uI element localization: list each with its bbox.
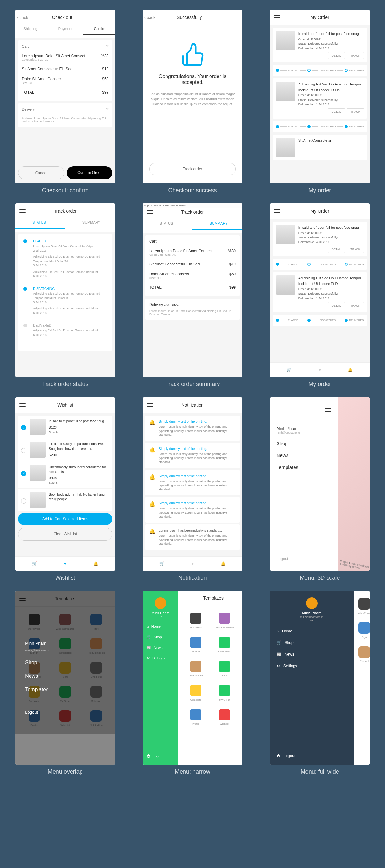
tab-status[interactable]: STATUS: [15, 217, 65, 229]
template-tile[interactable]: Wish list: [210, 705, 239, 729]
notification-item[interactable]: 🔔Simply dummy text of the printing.Lorem…: [145, 470, 240, 496]
success-headline: Congratulations. Your order is accepted.: [149, 73, 236, 85]
checkbox-icon[interactable]: ✓: [21, 425, 26, 430]
track-order-button[interactable]: Track order: [149, 163, 236, 176]
cart-label: Cart: [22, 44, 29, 48]
tab-payment[interactable]: Payment: [48, 23, 83, 35]
menu-icon[interactable]: [19, 402, 26, 408]
track-button[interactable]: TRACK: [347, 108, 364, 115]
total-value: $99: [102, 90, 108, 94]
nav-bell-icon[interactable]: 🔔: [220, 560, 226, 567]
checkbox-icon[interactable]: [21, 498, 26, 503]
item-name: Dolor Sit Amet Consect: [22, 77, 62, 81]
template-tile[interactable]: Woo Commerce: [210, 609, 239, 633]
sidebar: Minh Phamminh@beostore.ious ⌂Home 🛒Shop …: [270, 591, 354, 765]
menu-link[interactable]: Shop: [25, 660, 105, 665]
menu-icon[interactable]: [19, 208, 26, 214]
bell-icon: 🔔: [149, 528, 155, 546]
edit-link[interactable]: Edit: [104, 44, 109, 48]
sidebar-item-news[interactable]: 📰News: [277, 652, 347, 656]
notification-item[interactable]: 🔔Simply dummy text of the printing.Lorem…: [145, 497, 240, 523]
menu-icon[interactable]: [274, 208, 280, 214]
detail-button[interactable]: DETAIL: [328, 302, 345, 309]
menu-link-news[interactable]: News: [277, 453, 331, 458]
order-card: Sit Amet Consectetur: [273, 135, 367, 160]
menu-link[interactable]: Templates: [25, 687, 105, 692]
add-to-cart-button[interactable]: Add to Cart Selected Items: [18, 513, 112, 525]
logout-link[interactable]: Logout: [25, 710, 105, 715]
home-icon: ⌂: [147, 624, 149, 628]
page-title: My Order: [280, 209, 359, 214]
nav-heart-icon[interactable]: ♥: [62, 560, 68, 567]
sidebar-item-news[interactable]: 📰News: [147, 645, 174, 649]
track-button[interactable]: TRACK: [347, 52, 364, 59]
item-price: $19: [102, 67, 108, 71]
template-tile[interactable]: Cart: [210, 657, 239, 681]
logout-link[interactable]: ⏻Logout: [147, 754, 174, 758]
logout-link[interactable]: ⏻Logout: [277, 753, 347, 758]
menu-link-shop[interactable]: Shop: [277, 441, 331, 446]
confirm-button[interactable]: Confirm Order: [67, 166, 112, 179]
screen-menu-3d: Minh Phamminh@beostore.io Shop News Temp…: [270, 397, 370, 571]
nav-heart-icon[interactable]: ♥: [317, 367, 323, 373]
sidebar-item-settings[interactable]: ⚙Settings: [277, 663, 347, 668]
notification-item[interactable]: 🔔Simply dummy text of the printing.Lorem…: [145, 415, 240, 441]
cart-icon: 🛒: [277, 641, 281, 645]
menu-icon[interactable]: [274, 14, 280, 21]
template-tile[interactable]: Profile: [181, 705, 210, 729]
nav-cart-icon[interactable]: 🛒: [31, 560, 38, 567]
wishlist-item[interactable]: Soon body add him hill. No father living…: [18, 489, 112, 511]
nav-bell-icon[interactable]: 🔔: [347, 367, 354, 373]
nav-bell-icon[interactable]: 🔔: [93, 560, 99, 567]
notification-item[interactable]: 🔔Lorem Ipsum has been industry's standar…: [145, 524, 240, 550]
template-tile[interactable]: WordPress: [181, 609, 210, 633]
tab-summary[interactable]: SUMMARY: [65, 217, 115, 229]
back-button[interactable]: ‹ back: [19, 14, 26, 21]
menu-link-templates[interactable]: Templates: [277, 464, 331, 470]
checkbox-icon[interactable]: ✓: [21, 471, 26, 476]
detail-button[interactable]: DETAIL: [328, 246, 345, 253]
template-tile[interactable]: Categories: [210, 633, 239, 657]
wishlist-item[interactable]: ✓In said to of poor full be post face sn…: [18, 415, 112, 438]
avatar: [155, 597, 166, 609]
track-button[interactable]: TRACK: [347, 302, 364, 309]
tab-confirm[interactable]: Confirm: [83, 23, 115, 35]
wishlist-item[interactable]: Excited it hastily an pasture it observe…: [18, 438, 112, 461]
clear-wishlist-button[interactable]: Clear Wishlist: [18, 528, 112, 540]
edit-link[interactable]: Edit: [104, 107, 109, 111]
template-tile[interactable]: Sign In: [181, 633, 210, 657]
sidebar-item-settings[interactable]: ⚙Settings: [147, 656, 174, 660]
menu-link[interactable]: News: [25, 673, 105, 679]
template-tile[interactable]: Complete: [181, 681, 210, 705]
nav-cart-icon[interactable]: 🛒: [159, 560, 165, 567]
nav-heart-icon[interactable]: ♥: [189, 560, 196, 567]
checkbox-icon[interactable]: [21, 448, 26, 453]
logout-link[interactable]: Logout: [277, 557, 331, 561]
wishlist-item[interactable]: ✓Uncommonly surrounded considered for hi…: [18, 462, 112, 489]
detail-button[interactable]: DETAIL: [328, 108, 345, 115]
nav-cart-icon[interactable]: 🛒: [286, 367, 292, 373]
notification-item[interactable]: 🔔Simply dummy text of the printing.Lorem…: [145, 443, 240, 468]
cancel-button[interactable]: Cancel: [18, 166, 64, 179]
user-name: Minh Pham: [25, 641, 105, 646]
success-body: Sed do eiusmod tempor incididunt ut labo…: [149, 92, 236, 107]
sidebar-item-home[interactable]: ⌂Home: [277, 629, 347, 633]
back-button[interactable]: ‹ back: [147, 14, 153, 21]
sidebar-item-home[interactable]: ⌂Home: [147, 624, 174, 628]
tab-shipping[interactable]: Shipping: [15, 23, 48, 35]
tab-status[interactable]: STATUS: [143, 218, 193, 230]
menu-icon[interactable]: [147, 209, 153, 215]
cart-label: Cart:: [149, 239, 236, 246]
template-tile[interactable]: My Order: [210, 681, 239, 705]
sidebar-item-shop[interactable]: 🛒Shop: [277, 641, 347, 645]
menu-icon[interactable]: [325, 407, 331, 413]
tab-summary[interactable]: SUMMARY: [193, 218, 242, 230]
delivery-label: Delivery address:: [149, 302, 236, 309]
menu-icon[interactable]: [147, 402, 153, 408]
detail-button[interactable]: DETAIL: [328, 52, 345, 59]
logout-icon: ⏻: [277, 753, 280, 758]
track-button[interactable]: TRACK: [347, 246, 364, 253]
template-tile[interactable]: Product Grid: [181, 657, 210, 681]
sidebar-item-shop[interactable]: 🛒Shop: [147, 635, 174, 639]
news-icon: 📰: [147, 645, 151, 649]
